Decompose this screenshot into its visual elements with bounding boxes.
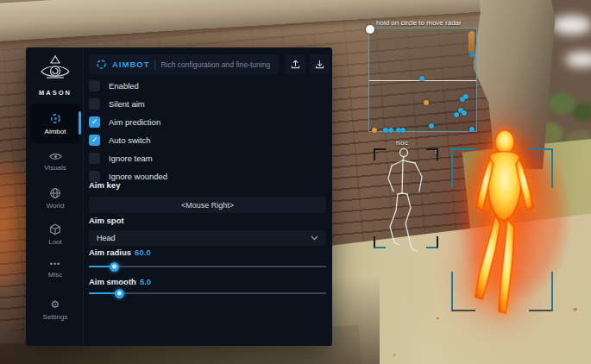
export-config-button[interactable] bbox=[286, 54, 305, 74]
upload-icon bbox=[291, 60, 300, 69]
checkbox-enabled[interactable]: ✓ Enabled bbox=[89, 79, 326, 91]
checkbox[interactable]: ✓ bbox=[89, 135, 100, 146]
active-indicator bbox=[79, 111, 81, 135]
cheat-menu-panel: MASON Aimbot bbox=[26, 47, 332, 346]
section-title: AIMBOT bbox=[112, 60, 149, 69]
radar-dot-blue bbox=[462, 110, 467, 116]
aim-smooth-label: Aim smooth5.0 bbox=[89, 277, 151, 286]
checkbox[interactable]: ✓ bbox=[89, 98, 100, 110]
sidebar-item-loot[interactable]: Loot bbox=[27, 223, 84, 246]
radar-dot-orange bbox=[372, 128, 377, 133]
chevron-down-icon bbox=[311, 234, 318, 242]
aim-spot-select[interactable]: Head bbox=[89, 230, 326, 246]
eye-icon bbox=[49, 152, 62, 161]
radar-drag-handle[interactable] bbox=[366, 25, 374, 34]
check-icon: ✓ bbox=[91, 118, 98, 126]
checkbox-silent-aim[interactable]: ✓ Silent aim bbox=[89, 97, 326, 110]
mason-logo-icon bbox=[36, 54, 74, 84]
checkbox-label: Enabled bbox=[109, 81, 139, 91]
slider-thumb[interactable] bbox=[110, 262, 119, 272]
download-icon bbox=[315, 60, 324, 69]
globe-icon bbox=[49, 187, 61, 199]
slider-value: 5.0 bbox=[140, 277, 151, 286]
gear-icon: ⚙ bbox=[51, 299, 60, 311]
aim-key-bind-button[interactable]: <Mouse Right> bbox=[89, 197, 326, 213]
slider-fill bbox=[89, 266, 115, 267]
aim-spot-value: Head bbox=[97, 234, 116, 242]
aim-key-label: Aim key bbox=[89, 180, 120, 190]
aim-smooth-slider[interactable] bbox=[89, 289, 326, 298]
sidebar-item-label: Misc bbox=[48, 271, 62, 279]
check-icon: ✓ bbox=[91, 136, 98, 144]
sidebar: MASON Aimbot bbox=[27, 48, 84, 345]
checkbox-label: Ignore team bbox=[109, 154, 153, 163]
slider-track[interactable] bbox=[89, 292, 326, 294]
sidebar-item-misc[interactable]: ••• Misc bbox=[27, 260, 84, 279]
aim-radius-slider[interactable] bbox=[89, 262, 326, 271]
slider-label-text: Aim radius bbox=[89, 248, 131, 257]
section-header: AIMBOT Rich configuration and fine-tunin… bbox=[89, 54, 279, 74]
sidebar-item-label: Settings bbox=[43, 313, 68, 321]
bracket-corner bbox=[451, 272, 475, 311]
checkbox[interactable]: ✓ bbox=[89, 116, 100, 128]
player-esp-box bbox=[451, 148, 553, 311]
game-screen: hold on circle to move radar noc 5 bbox=[0, 0, 591, 364]
radar-dot-blue bbox=[419, 76, 424, 81]
divider bbox=[154, 60, 155, 70]
sidebar-item-label: Loot bbox=[48, 238, 62, 246]
sidebar-item-label: World bbox=[47, 202, 65, 210]
checkbox-aim-prediction[interactable]: ✓ Aim prediction bbox=[89, 116, 326, 128]
slider-fill bbox=[89, 292, 120, 294]
crosshair-icon bbox=[96, 59, 107, 70]
radar-hint-text: hold on circle to move radar bbox=[376, 19, 462, 27]
radar-dot-blue bbox=[388, 128, 393, 133]
cube-icon bbox=[49, 223, 61, 235]
bracket-corner bbox=[451, 148, 475, 188]
radar-widget bbox=[368, 28, 477, 132]
slider-track[interactable] bbox=[89, 266, 326, 267]
sidebar-item-visuals[interactable]: Visuals bbox=[27, 152, 84, 172]
import-config-button[interactable] bbox=[310, 54, 330, 74]
checkbox-label: Auto switch bbox=[109, 135, 151, 145]
checkbox[interactable]: ✓ bbox=[89, 80, 100, 91]
radar-dot-orange bbox=[424, 100, 429, 105]
sidebar-item-label: Visuals bbox=[44, 164, 66, 172]
slider-label-text: Aim smooth bbox=[89, 277, 136, 286]
radar-dot-blue bbox=[463, 94, 468, 99]
checkbox-label: Aim prediction bbox=[109, 117, 160, 127]
brand: MASON bbox=[27, 54, 84, 97]
crosshair-icon bbox=[49, 112, 62, 125]
dots-icon: ••• bbox=[50, 260, 60, 268]
slider-thumb[interactable] bbox=[115, 289, 124, 298]
checkbox-ignore-team[interactable]: ✓ Ignore team bbox=[89, 152, 326, 164]
checkbox[interactable]: ✓ bbox=[89, 153, 100, 164]
checkbox-label: Ignore wounded bbox=[109, 172, 167, 181]
radar-dot-blue bbox=[454, 112, 459, 117]
checkbox-label: Silent aim bbox=[109, 99, 145, 109]
section-subtitle: Rich configuration and fine-tuning bbox=[160, 60, 270, 69]
bracket-corner bbox=[529, 272, 553, 311]
skeleton-esp bbox=[367, 142, 444, 259]
radar-dot-blue bbox=[469, 127, 475, 132]
radar-dot-blue bbox=[429, 123, 434, 129]
sidebar-item-settings[interactable]: ⚙ Settings bbox=[27, 299, 84, 321]
aim-spot-label: Aim spot bbox=[89, 216, 124, 225]
slider-value: 60.0 bbox=[135, 248, 151, 257]
cloud bbox=[552, 16, 591, 35]
checkbox-ignore-wounded[interactable]: ✓ Ignore wounded bbox=[89, 170, 326, 182]
sidebar-item-label: Aimbot bbox=[45, 128, 66, 135]
sidebar-item-aimbot[interactable]: Aimbot bbox=[30, 104, 80, 143]
sidebar-item-world[interactable]: World bbox=[27, 187, 84, 210]
aim-radius-label: Aim radius60.0 bbox=[89, 248, 151, 257]
bracket-corner bbox=[529, 148, 553, 188]
brand-name: MASON bbox=[27, 89, 84, 97]
checkbox-auto-switch[interactable]: ✓ Auto switch bbox=[89, 134, 326, 146]
radar-dot-blue bbox=[400, 128, 406, 133]
